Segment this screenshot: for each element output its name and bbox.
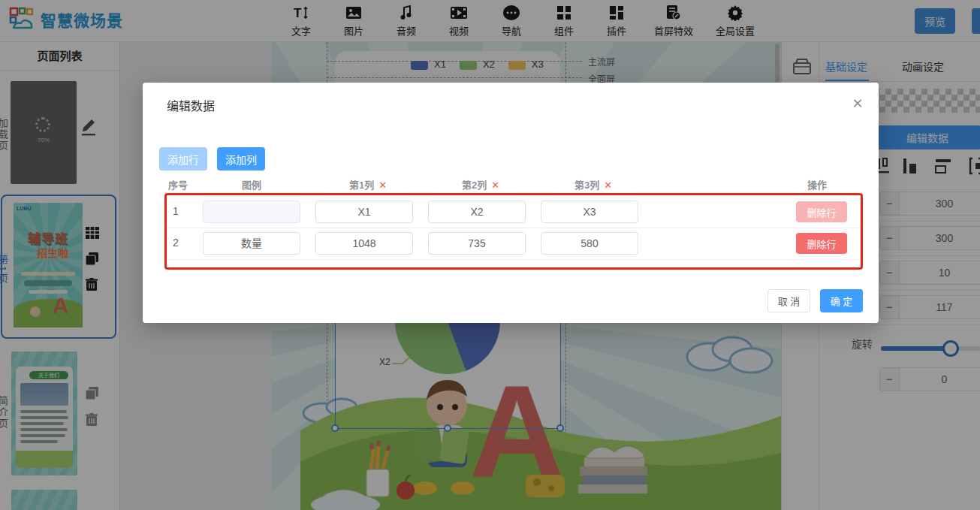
row2-index: 2 xyxy=(173,237,179,249)
row1-col3-input[interactable]: X3 xyxy=(541,201,638,223)
row1-col1-input[interactable]: X1 xyxy=(315,201,413,223)
row2-col3-input[interactable]: 580 xyxy=(541,232,638,255)
header-col1: 第1列✕ xyxy=(334,177,402,192)
confirm-button[interactable]: 确 定 xyxy=(820,289,863,312)
modal-title: 编辑数据 xyxy=(167,96,215,114)
row2-delete-button[interactable]: 删除行 xyxy=(796,233,847,254)
row1-index: 1 xyxy=(173,205,179,217)
row2-col1-input[interactable]: 1048 xyxy=(315,232,413,255)
row2-col2-input[interactable]: 735 xyxy=(428,232,526,255)
row1-legend-input[interactable] xyxy=(203,201,300,223)
edit-data-modal: 编辑数据 ✕ 添加行 添加列 序号 图例 第1列✕ 第2列✕ 第3列✕ 操作 1… xyxy=(143,83,879,323)
header-action: 操作 xyxy=(807,177,827,192)
delete-col1-icon[interactable]: ✕ xyxy=(378,180,387,191)
header-col2: 第2列✕ xyxy=(447,177,514,192)
header-col3: 第3列✕ xyxy=(559,177,627,192)
add-row-button[interactable]: 添加行 xyxy=(159,147,207,171)
header-legend: 图例 xyxy=(233,177,270,192)
cancel-button[interactable]: 取 消 xyxy=(767,289,810,312)
row1-col2-input[interactable]: X2 xyxy=(428,201,526,223)
delete-col3-icon[interactable]: ✕ xyxy=(604,180,612,191)
header-index: 序号 xyxy=(168,177,188,192)
delete-col2-icon[interactable]: ✕ xyxy=(491,180,499,191)
close-icon[interactable]: ✕ xyxy=(849,95,867,113)
row2-legend-input[interactable]: 数量 xyxy=(203,232,300,255)
add-column-button[interactable]: 添加列 xyxy=(217,147,265,171)
row1-delete-button[interactable]: 删除行 xyxy=(796,201,847,222)
